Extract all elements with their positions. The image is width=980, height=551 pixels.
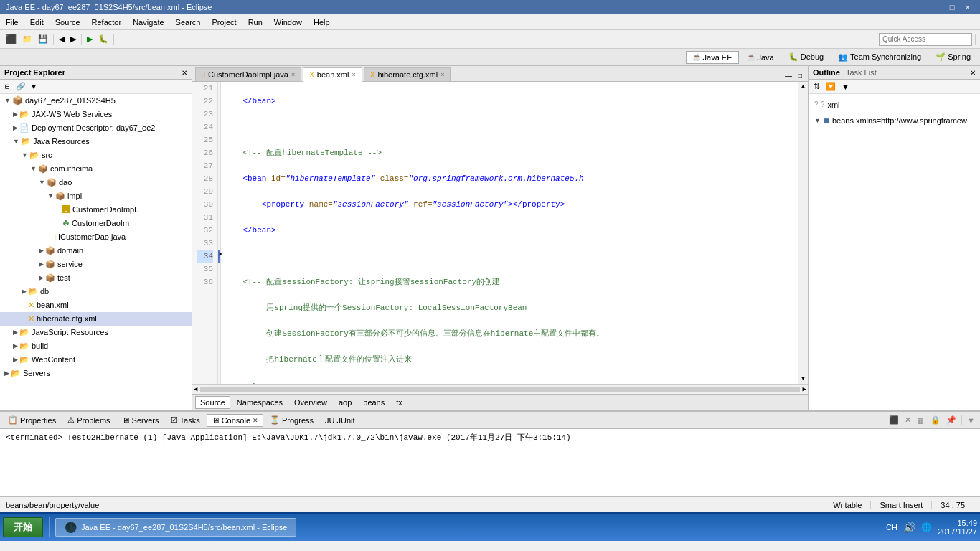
persp-debug[interactable]: 🐛 Debug [782, 50, 830, 64]
persp-spring[interactable]: 🌱 Spring [929, 50, 977, 64]
tree-item-src[interactable]: ▼ 📂 src [0, 149, 192, 162]
console-view-menu[interactable]: ▼ [965, 415, 977, 426]
tree-item-test[interactable]: ▶ 📦 test [0, 271, 192, 285]
console-scroll-lock[interactable]: 🔒 [928, 414, 943, 426]
menu-project[interactable]: Project [206, 17, 242, 28]
bottom-tab-namespaces[interactable]: Namespaces [232, 396, 288, 409]
tab-close-btn[interactable]: × [440, 71, 444, 78]
outline-item-beans[interactable]: ▼ ◼ beans xmlns=http://www.springframew [811, 113, 977, 128]
close-btn[interactable]: × [961, 3, 974, 11]
console-pin[interactable]: 📌 [944, 414, 958, 426]
pe-header: Project Explorer ✕ [0, 66, 192, 80]
pe-collapse-all[interactable]: ⊟ [3, 81, 12, 92]
tree-item-icustomerdao[interactable]: ▶ Ⅰ ICustomerDao.java [0, 230, 192, 244]
editor-max-icon[interactable]: □ [795, 70, 805, 81]
outline-item-xml[interactable]: ?-? xml [811, 97, 977, 113]
deployment-icon: 📄 [19, 122, 29, 134]
tree-item-comitheima[interactable]: ▼ 📦 com.itheima [0, 162, 192, 176]
maximize-btn[interactable]: □ [946, 3, 959, 11]
tree-item-db[interactable]: ▶ 📂 db [0, 285, 192, 298]
bottom-tab-beans[interactable]: beans [358, 396, 390, 409]
tree-item-label: CustomerDaoIm [72, 217, 129, 230]
editor-min-icon[interactable]: — [782, 70, 795, 81]
outline-filter-icon[interactable]: 🔽 [824, 81, 838, 92]
taskbar-item-eclipse[interactable]: 🌑 Java EE - day67_ee287_01S2S4H5/src/bea… [55, 518, 296, 537]
toolbar-back[interactable]: ◀ [57, 33, 67, 45]
bottom-tab-overview[interactable]: Overview [289, 396, 332, 409]
expand-icon: ▶ [56, 217, 61, 230]
code-line-30: 创建SessionFactory有三部分必不可少的信息。三部分信息在hibern… [224, 327, 795, 340]
toolbar-save[interactable]: 💾 [36, 33, 50, 45]
start-button[interactable]: 开始 [3, 517, 43, 537]
tab-close-btn[interactable]: × [291, 71, 295, 78]
menu-source[interactable]: Source [50, 17, 86, 28]
tree-item-javaresources[interactable]: ▼ 📂 Java Resources [0, 135, 192, 149]
tab-hibernatecfg[interactable]: X hibernate.cfg.xml × [364, 67, 451, 81]
toolbar-run[interactable]: ▶ [85, 33, 95, 45]
tree-item-service[interactable]: ▶ 📦 service [0, 258, 192, 271]
tree-item-customerdaoimpl1[interactable]: ▶ 🅹 CustomerDaoImpl. [0, 203, 192, 217]
tree-item-jaxws[interactable]: ▶ 📂 JAX-WS Web Services [0, 108, 192, 121]
tree-item-deployment[interactable]: ▶ 📄 Deployment Descriptor: day67_ee2 [0, 121, 192, 135]
toolbar-debug[interactable]: 🐛 [96, 33, 110, 45]
tree-item-hibernatecfg[interactable]: ▶ ✕ hibernate.cfg.xml [0, 312, 192, 326]
pe-view-menu[interactable]: ▼ [29, 82, 39, 92]
outline-menu-icon[interactable]: ▼ [839, 82, 852, 92]
tab-beanxml[interactable]: X bean.xml × [303, 67, 362, 82]
minimize-btn[interactable]: _ [930, 3, 943, 11]
persp-java[interactable]: ☕ Java [740, 51, 781, 64]
console-clear-icon[interactable]: 🗑 [915, 415, 927, 426]
bottom-panel-tab-tasks[interactable]: ☑ Tasks [166, 413, 205, 427]
toolbar-new[interactable]: ⬛ [3, 32, 19, 46]
console-remove-icon[interactable]: ✕ [903, 414, 913, 426]
bottom-tab-source[interactable]: Source [195, 396, 230, 409]
tasklist-title[interactable]: Task List [846, 68, 877, 77]
vertical-scrollbar[interactable]: ▲ ▼ [798, 82, 808, 384]
console-stop-icon[interactable]: ⬛ [887, 414, 901, 426]
quick-access-input[interactable] [879, 33, 972, 46]
toolbar-open[interactable]: 📁 [20, 33, 34, 45]
persp-team[interactable]: 👥 Team Synchronizing [831, 50, 928, 64]
tree-item-project[interactable]: ▼ 📦 day67_ee287_01S2S4H5 [0, 94, 192, 108]
tree-item-servers[interactable]: ▶ 📂 Servers [0, 367, 192, 380]
tab-close-btn[interactable]: × [352, 71, 355, 78]
bottom-tab-tx[interactable]: tx [391, 396, 407, 409]
tree-item-label: Deployment Descriptor: day67_ee2 [32, 122, 155, 134]
pe-link-editor[interactable]: 🔗 [14, 81, 28, 92]
lang-indicator[interactable]: CH [886, 523, 897, 532]
tab-label: bean.xml [317, 70, 349, 79]
tree-item-label: Servers [23, 367, 50, 380]
bottom-tab-aop[interactable]: aop [334, 396, 357, 409]
bottom-panel-tab-servers[interactable]: 🖥 Servers [117, 414, 164, 427]
toolbar-forward[interactable]: ▶ [68, 33, 78, 45]
bottom-panel-tab-problems[interactable]: ⚠ Problems [62, 413, 115, 427]
tree-item-beanxml[interactable]: ▶ ✕ bean.xml [0, 298, 192, 312]
horizontal-scrollbar[interactable]: ◀ ▶ [192, 384, 808, 394]
pe-close-icon[interactable]: ✕ [182, 69, 187, 77]
menu-refactor[interactable]: Refactor [86, 17, 128, 28]
outline-close-icon[interactable]: ✕ [970, 69, 976, 77]
tree-item-build[interactable]: ▶ 📂 build [0, 339, 192, 353]
menu-search[interactable]: Search [170, 17, 207, 28]
toolbar: ⬛ 📁 💾 ◀ ▶ ▶ 🐛 [0, 30, 980, 49]
code-content[interactable]: </bean> <!-- 配置hibernateTemplate --> <be… [221, 82, 798, 384]
tree-item-webcontent[interactable]: ▶ 📂 WebContent [0, 353, 192, 367]
tree-item-jsresources[interactable]: ▶ 📂 JavaScript Resources [0, 326, 192, 339]
bottom-panel-tab-properties[interactable]: 📋 Properties [3, 413, 61, 427]
menu-edit[interactable]: Edit [24, 17, 50, 28]
outline-sort-icon[interactable]: ⇅ [811, 81, 822, 92]
tree-item-impl[interactable]: ▼ 📦 impl [0, 189, 192, 203]
bottom-panel-tab-junit[interactable]: JU JUnit [320, 414, 360, 427]
tree-item-customerdaoimpl2[interactable]: ▶ ☘ CustomerDaoIm [0, 217, 192, 230]
tab-customerdaoimpl[interactable]: J CustomerDaoImpl.java × [195, 67, 301, 81]
tree-item-dao[interactable]: ▼ 📦 dao [0, 176, 192, 189]
menu-window[interactable]: Window [268, 17, 308, 28]
bottom-panel-tab-console[interactable]: 🖥 Console ✕ [207, 414, 263, 427]
persp-javaee[interactable]: ☕ Java EE [686, 51, 739, 64]
tree-item-domain[interactable]: ▶ 📦 domain [0, 244, 192, 258]
menu-file[interactable]: File [0, 17, 24, 28]
bottom-panel-tab-progress[interactable]: ⏳ Progress [265, 413, 319, 427]
menu-navigate[interactable]: Navigate [127, 17, 169, 28]
menu-help[interactable]: Help [308, 17, 336, 28]
menu-run[interactable]: Run [242, 17, 268, 28]
